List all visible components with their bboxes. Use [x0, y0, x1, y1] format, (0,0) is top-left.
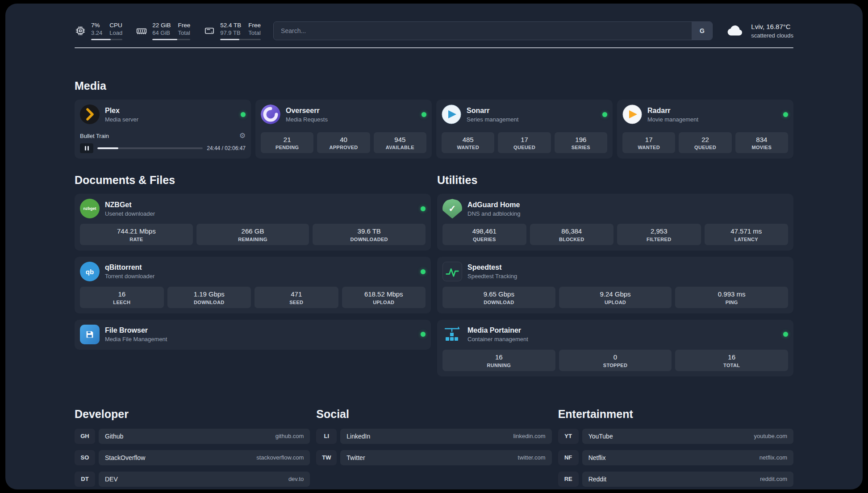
stat-box: 21PENDING [261, 132, 313, 154]
bookmark-netflix[interactable]: NF Netflixnetflix.com [558, 450, 793, 465]
bookmark-name: StackOverflow [105, 454, 145, 461]
bookmark-stackoverflow[interactable]: SO StackOverflowstackoverflow.com [75, 450, 310, 465]
bookmark-linkedin[interactable]: LI LinkedInlinkedin.com [316, 429, 551, 444]
stat-box: 86,384BLOCKED [530, 224, 614, 245]
stat-box: 17WANTED [622, 132, 675, 154]
bookmark-name: Reddit [588, 476, 606, 483]
service-name: qBittorrent [105, 263, 154, 272]
resource-widgets: 7% 3.24 CPU Load [75, 21, 261, 40]
plex-media-player: Bullet Train ⚙ 24:44 / 02:06:47 [80, 130, 246, 153]
status-dot [421, 332, 426, 337]
bookmark-github[interactable]: GH Githubgithub.com [75, 429, 310, 444]
bookmark-abbr: DT [75, 472, 95, 487]
cpu-usage-value: 7% [91, 21, 102, 29]
nzbget-icon: nzbget [80, 199, 100, 218]
service-subtitle: Speedtest Tracking [467, 273, 517, 280]
service-card-portainer[interactable]: Media Portainer Container management 16R… [437, 320, 793, 376]
bookmark-name: LinkedIn [346, 433, 370, 440]
qbittorrent-icon: qb [80, 262, 100, 281]
status-dot [602, 112, 607, 117]
service-card-plex[interactable]: Plex Media server Bullet Train ⚙ [75, 100, 251, 159]
memory-icon [136, 25, 147, 37]
ram-widget: 22 GiB 64 GiB Free Total [136, 21, 190, 40]
bookmark-dev[interactable]: DT DEVdev.to [75, 472, 310, 487]
bookmark-twitter[interactable]: TW Twittertwitter.com [316, 450, 551, 465]
service-name: File Browser [105, 326, 167, 334]
bookmark-reddit[interactable]: RE Redditreddit.com [558, 472, 793, 487]
bookmark-url: twitter.com [518, 454, 546, 461]
cpu-widget: 7% 3.24 CPU Load [75, 21, 122, 40]
stat-box: 0STOPPED [559, 350, 672, 371]
stat-box: 9.24 GbpsUPLOAD [559, 287, 672, 308]
bookmark-abbr: RE [558, 472, 579, 487]
social-bookmarks: Social LI LinkedInlinkedin.com TW Twitte… [316, 408, 551, 465]
stat-box: 40APPROVED [317, 132, 370, 154]
stat-box: 834MOVIES [735, 132, 788, 154]
section-title-developer: Developer [75, 408, 310, 421]
stat-box: 1.19 GbpsDOWNLOAD [167, 287, 251, 308]
stat-box: 22QUEUED [679, 132, 731, 154]
service-subtitle: Series management [467, 116, 518, 123]
stat-box: 9.65 GbpsDOWNLOAD [442, 287, 555, 308]
stat-box: 16TOTAL [675, 350, 788, 371]
speedtest-graph-icon [442, 262, 462, 281]
service-card-sonarr[interactable]: Sonarr Series management 485WANTED 17QUE… [436, 100, 613, 159]
service-card-nzbget[interactable]: nzbget NZBGet Usenet downloader 744.21 M… [75, 194, 431, 251]
pause-button[interactable] [80, 143, 93, 153]
portainer-crane-icon [442, 325, 462, 344]
bookmark-youtube[interactable]: YT YouTubeyoutube.com [558, 429, 793, 444]
bookmark-name: Netflix [588, 454, 606, 461]
section-title-social: Social [316, 408, 551, 421]
playback-progress-bar[interactable] [97, 147, 203, 149]
bookmark-url: stackoverflow.com [256, 454, 304, 461]
now-playing-title: Bullet Train [80, 133, 109, 139]
disk-widget: 52.4 TB 97.9 TB Free Total [204, 21, 261, 40]
service-name: Sonarr [467, 106, 518, 115]
weather-condition: scattered clouds [751, 32, 793, 40]
plex-icon [80, 104, 100, 124]
bookmark-url: netflix.com [760, 454, 787, 461]
disk-free-value: 52.4 TB [220, 21, 241, 29]
stat-box: 485WANTED [442, 132, 494, 154]
service-card-adguard[interactable]: ✓ AdGuard Home DNS and adblocking 498,46… [437, 194, 793, 251]
bookmark-name: Twitter [346, 454, 365, 461]
disk-icon [204, 25, 215, 37]
radarr-icon [622, 104, 642, 124]
status-dot [421, 206, 426, 211]
service-subtitle: Media File Management [105, 336, 167, 343]
disk-total-value: 97.9 TB [220, 29, 241, 37]
cloud-icon [725, 23, 746, 39]
bookmark-abbr: YT [558, 429, 579, 444]
service-subtitle: Usenet downloader [105, 210, 155, 217]
stat-box: 945AVAILABLE [374, 132, 426, 154]
section-title-utilities: Utilities [437, 174, 793, 187]
service-card-speedtest[interactable]: Speedtest Speedtest Tracking 9.65 GbpsDO… [437, 257, 793, 313]
documents-section: Documents & Files nzbget NZBGet Usenet d… [75, 174, 431, 376]
service-card-overseerr[interactable]: Overseerr Media Requests 21PENDING 40APP… [255, 100, 432, 159]
bookmark-abbr: NF [558, 450, 579, 465]
status-dot [241, 112, 246, 117]
service-name: Plex [105, 106, 138, 115]
service-subtitle: Movie management [647, 116, 698, 123]
sonarr-icon [442, 104, 461, 124]
search-input[interactable] [273, 21, 713, 40]
cpu-icon [75, 25, 86, 37]
weather-widget: Lviv, 16.87°C scattered clouds [725, 22, 793, 39]
section-title-media: Media [75, 79, 793, 92]
gear-icon[interactable]: ⚙ [239, 132, 246, 139]
service-subtitle: DNS and adblocking [467, 210, 521, 217]
stat-box: 17QUEUED [498, 132, 551, 154]
search-provider-button[interactable]: G [692, 22, 712, 40]
service-card-qbittorrent[interactable]: qb qBittorrent Torrent downloader 16LEEC… [75, 257, 431, 313]
service-name: NZBGet [105, 201, 155, 209]
service-card-filebrowser[interactable]: File Browser Media File Management [75, 320, 431, 350]
service-name: AdGuard Home [467, 201, 521, 209]
service-card-radarr[interactable]: Radarr Movie management 17WANTED 22QUEUE… [617, 100, 793, 159]
section-title-entertainment: Entertainment [558, 408, 793, 421]
bookmark-name: Github [105, 433, 123, 440]
bookmark-url: dev.to [288, 476, 304, 482]
entertainment-bookmarks: Entertainment YT YouTubeyoutube.com NF N… [558, 408, 793, 487]
service-subtitle: Container management [467, 336, 528, 343]
top-bar: 7% 3.24 CPU Load [75, 21, 793, 40]
ram-total-label: Total [178, 29, 191, 37]
